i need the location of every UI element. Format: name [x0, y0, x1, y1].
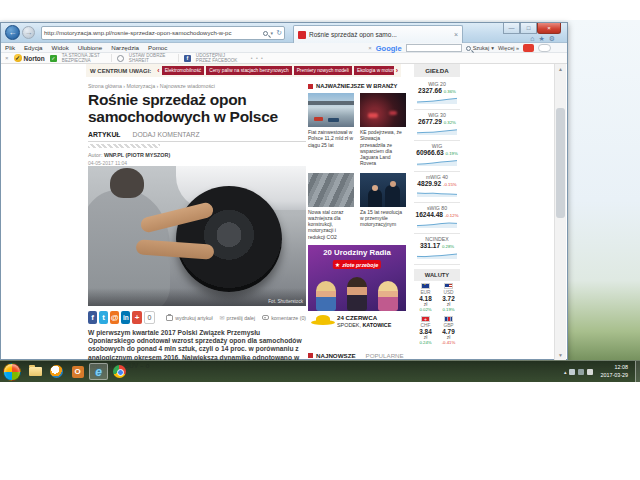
ticker-item[interactable]: Ekologia w motoryzacji	[354, 66, 394, 75]
tab-artykul[interactable]: ARTYKUŁ	[88, 131, 120, 138]
favorites-star-icon[interactable]: ★	[538, 35, 548, 42]
print-article-link[interactable]: wydrukuj artykuł	[166, 315, 212, 321]
internet-explorer-taskbar-icon[interactable]: e	[89, 363, 108, 380]
clock-time: 12:08	[600, 364, 628, 371]
index-card[interactable]: mWIG 40 4829.92 -0.15%	[414, 172, 460, 203]
volume-icon[interactable]	[587, 369, 593, 375]
back-button[interactable]: ←	[5, 25, 20, 40]
usd-flag-icon	[444, 283, 453, 289]
tray-expand-icon[interactable]: ▴	[564, 369, 567, 375]
page-scrollbar[interactable]: ▲ ▼	[554, 64, 566, 360]
norton-logo-icon: ✓	[14, 54, 22, 62]
news-tile-caption: Za 15 lat rewolucja w przemyśle motoryza…	[360, 209, 406, 228]
index-card[interactable]: NCINDEX 331.17 0.28%	[414, 234, 460, 265]
share-row: f t @ in + 0 wydrukuj artykuł ✉prześlij …	[88, 311, 306, 324]
ticker-item[interactable]: Premiery nowych modeli	[294, 66, 352, 75]
address-dropdown-icon[interactable]: ▾	[271, 27, 274, 39]
index-card[interactable]: sWIG 80 16244.48 -0.12%	[414, 203, 460, 234]
norton-close-icon[interactable]: ×	[5, 55, 9, 61]
index-card[interactable]: WIG 20 2327.66 0.36%	[414, 79, 460, 110]
comments-link[interactable]: komentarze (0)	[262, 315, 306, 321]
index-card[interactable]: WIG 60966.63 0.19%	[414, 141, 460, 172]
explorer-taskbar-icon[interactable]	[26, 363, 45, 380]
currency-card[interactable]: CHF 3.84 zł 0.24%	[414, 316, 437, 345]
facebook-share-button[interactable]: f	[88, 311, 97, 324]
chrome-taskbar-icon[interactable]	[110, 363, 129, 380]
currency-card[interactable]: GBP 4.79 zł -0.41%	[437, 316, 460, 345]
menu-ulubione[interactable]: Ulubione	[78, 44, 102, 51]
clock[interactable]: 12:08 2017-03-29	[600, 364, 628, 378]
currency-card[interactable]: USD 3.72 zł 0.19%	[437, 283, 460, 312]
forward-article-link[interactable]: ✉prześlij dalej	[220, 314, 256, 321]
ad-venue: SPODEK, KATOWICE	[337, 322, 391, 328]
media-player-taskbar-icon[interactable]	[47, 363, 66, 380]
linkedin-share-button[interactable]: in	[121, 311, 130, 324]
index-card[interactable]: WIG 30 2677.29 0.32%	[414, 110, 460, 141]
comment-icon	[262, 315, 269, 320]
print-icon	[166, 315, 173, 321]
red-bullet-icon	[308, 84, 313, 89]
ticker-next-icon[interactable]: ›	[394, 67, 400, 74]
close-button[interactable]: ×	[537, 23, 561, 34]
currency-card[interactable]: EUR 4.18 zł 0.02%	[414, 283, 437, 312]
start-button[interactable]	[3, 363, 21, 381]
scrollbar-thumb[interactable]	[556, 108, 565, 218]
waluty-header: WALUTY	[414, 269, 460, 281]
tab-popularne[interactable]: POPULARNE	[366, 352, 404, 359]
google-search-input[interactable]	[406, 44, 462, 52]
forward-button[interactable]: →	[22, 26, 35, 39]
news-tile[interactable]: Nowa stal coraz ważniejsza dla konstrukc…	[308, 173, 354, 240]
tab-najnowsze[interactable]: NAJNOWSZE	[308, 352, 356, 359]
sparkline-chart	[417, 250, 457, 259]
outlook-taskbar-icon[interactable]: O	[68, 363, 87, 380]
menu-plik[interactable]: Plik	[5, 44, 15, 51]
index-change: -0.12%	[445, 213, 459, 218]
google-search-caret-icon[interactable]: ▾	[491, 45, 494, 51]
action-center-icon[interactable]	[569, 369, 575, 375]
article-hero-image: Fot. Shutterstock	[88, 166, 306, 306]
show-desktop-button[interactable]	[635, 361, 640, 383]
red-bullet-icon	[308, 353, 313, 358]
menu-pomoc[interactable]: Pomoc	[148, 44, 167, 51]
clock-date: 2017-03-29	[600, 372, 628, 379]
menu-bar: Plik Edycja Widok Ulubione Narzędzia Pom…	[1, 43, 567, 53]
google-search-button[interactable]: Szukaj	[473, 45, 490, 51]
ticker-item[interactable]: Ceny paliw na stacjach benzynowych	[206, 66, 291, 75]
scroll-down-icon[interactable]: ▼	[555, 350, 566, 360]
menu-edycja[interactable]: Edycja	[24, 44, 43, 51]
search-icon[interactable]	[263, 31, 268, 36]
google-search-icon[interactable]	[466, 46, 471, 51]
scroll-up-icon[interactable]: ▲	[555, 64, 566, 74]
news-tile[interactable]: Fiat zainwestował w Polsce 11,2 mld zł w…	[308, 93, 354, 167]
norton-shareit-label[interactable]: USTAW DOBRZE SHAREIT	[129, 53, 173, 64]
google-toggle[interactable]	[538, 44, 551, 52]
address-bar[interactable]: http://motoryzacja.wnp.pl/rosnie-sprzeda…	[41, 26, 285, 40]
menu-narzedzia[interactable]: Narzędzia	[111, 44, 139, 51]
maximize-button[interactable]: □	[520, 23, 537, 34]
ticker-item[interactable]: Elektromobilność	[162, 66, 205, 75]
google-more-button[interactable]: Więcej »	[498, 45, 519, 51]
ad-banner[interactable]: 20 Urodziny Radia ★ złote przeboje 24 CZ…	[308, 245, 406, 331]
google-toolbar-close-icon[interactable]: ×	[368, 45, 372, 51]
tab-dodaj-komentarz[interactable]: DODAJ KOMENTARZ	[132, 131, 199, 138]
news-tile[interactable]: KE podejrzewa, że Słowacja przesadziła z…	[360, 93, 406, 167]
news-tile-caption: Nowa stal coraz ważniejsza dla konstrukc…	[308, 209, 354, 240]
settings-gear-icon[interactable]: ⚙	[549, 35, 559, 42]
refresh-icon[interactable]: ↻	[276, 27, 282, 39]
email-share-button[interactable]: @	[110, 311, 119, 324]
googleplus-share-button[interactable]: +	[132, 311, 141, 324]
norton-safe-label[interactable]: TA STRONA JEST BEZPIECZNA	[62, 53, 106, 64]
twitter-share-button[interactable]: t	[99, 311, 108, 324]
breadcrumb[interactable]: Strona główna › Motoryzacja › Najnowsze …	[88, 83, 215, 89]
news-tile-image	[360, 173, 406, 207]
network-icon[interactable]	[578, 369, 584, 375]
minimize-button[interactable]: —	[503, 23, 520, 34]
norton-menu[interactable]: ✓ Norton	[14, 54, 45, 62]
browser-tab[interactable]: Rośnie sprzedaż opon samo... ×	[293, 25, 463, 43]
google-badge-icon[interactable]	[523, 44, 534, 52]
norton-more-icon[interactable]: • • •	[251, 55, 264, 61]
menu-widok[interactable]: Widok	[52, 44, 69, 51]
news-tile[interactable]: Za 15 lat rewolucja w przemyśle motoryza…	[360, 173, 406, 240]
tab-close-icon[interactable]: ×	[454, 31, 458, 38]
norton-facebook-label[interactable]: UDOSTĘPNIJ PRZEZ FACEBOOK	[196, 53, 240, 64]
